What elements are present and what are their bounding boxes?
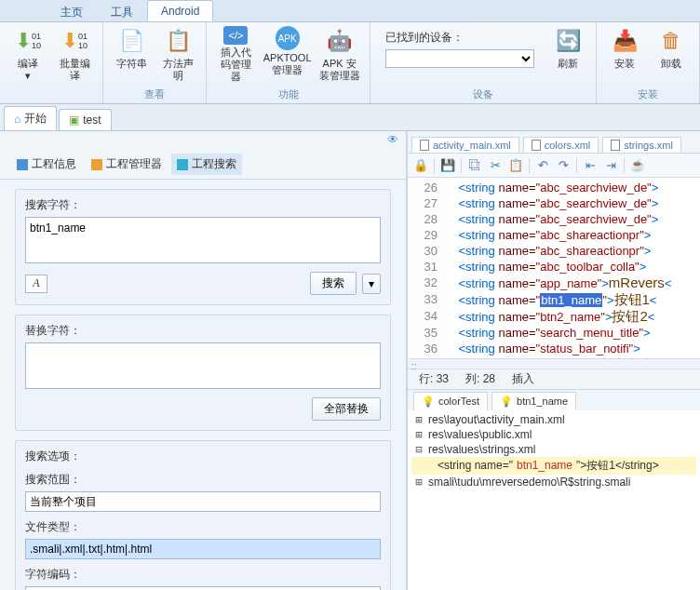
editor-toolbar: 🔒 💾 ⿻ ✂ 📋 ↶ ↷ ⇤ ⇥ ☕ — [408, 154, 700, 178]
tab-proj-search[interactable]: 工程搜索 — [171, 154, 242, 175]
save-icon[interactable]: 💾 — [438, 156, 457, 175]
right-panel: activity_main.xml colors.xml strings.xml… — [408, 131, 700, 590]
install-button[interactable]: 📥 安装 — [602, 24, 647, 86]
square-icon — [17, 159, 28, 170]
android-robot-icon: 🤖 — [325, 26, 355, 56]
indent-left-icon[interactable]: ⇤ — [581, 156, 599, 175]
apktool-button[interactable]: APK APKTOOL管理器 — [262, 24, 313, 86]
left-panel: 👁 工程信息 工程管理器 工程搜索 搜索字符： btn1_name A 搜索 ▾… — [0, 131, 408, 590]
square-icon — [91, 159, 102, 170]
group-label: 查看 — [109, 86, 200, 103]
search-options-label: 搜索选项： — [25, 449, 381, 464]
file-tab[interactable]: strings.xml — [602, 137, 681, 153]
status-bar: 行: 33 列: 28 插入 — [408, 369, 700, 390]
uninstall-icon: 🗑 — [656, 26, 686, 56]
java-icon[interactable]: ☕ — [628, 156, 647, 175]
doc-tab-start[interactable]: ⌂开始 — [4, 106, 57, 130]
compile-button[interactable]: ⬇0110 编译▾ — [6, 24, 50, 100]
method-button[interactable]: 📋 方法声明 — [155, 24, 200, 86]
document-tabs: ⌂开始 ▣test — [0, 104, 700, 130]
undo-icon[interactable]: ↶ — [533, 156, 552, 175]
bulb-icon: 💡 — [500, 396, 513, 408]
scope-select[interactable] — [25, 491, 381, 512]
indent-right-icon[interactable]: ⇥ — [601, 156, 620, 175]
lock-icon[interactable]: 🔒 — [411, 156, 430, 175]
replace-char-label: 替换字符： — [25, 323, 381, 339]
group-label — [6, 100, 97, 103]
copy-icon[interactable]: ⿻ — [465, 156, 484, 175]
tab-android[interactable]: Android — [147, 0, 213, 21]
batch-icon: ⬇0110 — [60, 26, 89, 56]
eye-icon[interactable]: 👁 — [387, 133, 398, 148]
android-icon: APK — [276, 26, 300, 50]
device-select[interactable] — [385, 49, 534, 68]
status-col-num: 列: 28 — [465, 371, 495, 387]
insert-code-button[interactable]: </> 插入代码管理器 — [212, 24, 260, 86]
method-icon: 📋 — [163, 26, 193, 56]
apk-install-button[interactable]: 🤖 APK 安装管理器 — [315, 24, 364, 86]
encoding-select[interactable] — [25, 586, 381, 590]
tree-row[interactable]: ⊞res\values\public.xml — [411, 427, 696, 442]
result-tab[interactable]: 💡colorTest — [413, 392, 488, 410]
status-line-num: 行: 33 — [419, 371, 449, 387]
margin-strip — [408, 358, 700, 369]
result-tabs: 💡colorTest 💡btn1_name — [408, 390, 700, 410]
ribbon: ⬇0110 编译▾ ⬇0110 批量编译 📄 字符串 📋 方法声明 查看 — [0, 22, 700, 104]
tab-proj-mgr[interactable]: 工程管理器 — [86, 154, 168, 175]
file-tab[interactable]: activity_main.xml — [411, 137, 519, 153]
batch-compile-button[interactable]: ⬇0110 批量编译 — [52, 24, 97, 100]
file-tab[interactable]: colors.xml — [523, 137, 599, 153]
file-icon — [611, 140, 620, 151]
apk-icon: ▣ — [69, 114, 79, 127]
type-label: 文件类型： — [25, 519, 381, 535]
search-dropdown[interactable]: ▾ — [362, 274, 381, 294]
tree-row[interactable]: ⊟res\values\strings.xml — [411, 442, 696, 457]
install-icon: 📥 — [610, 26, 639, 56]
group-label: 安装 — [602, 86, 693, 103]
status-mode: 插入 — [512, 371, 534, 387]
tree-row[interactable]: ⊞res\layout\activity_main.xml — [411, 412, 696, 427]
device-label: 已找到的设备： — [385, 30, 534, 46]
tab-proj-info[interactable]: 工程信息 — [11, 154, 82, 175]
tab-tools[interactable]: 工具 — [97, 0, 147, 21]
replace-input[interactable] — [25, 342, 381, 389]
scope-label: 搜索范围： — [25, 472, 381, 488]
file-icon — [420, 140, 429, 151]
search-input[interactable]: btn1_name — [25, 217, 381, 263]
tree-row[interactable]: ⊞smali\tudu\mreversedemo\R$string.smali — [411, 475, 696, 489]
file-tabs: activity_main.xml colors.xml strings.xml — [408, 131, 700, 154]
code-editor[interactable]: 26 <string name="abc_searchview_de">27 <… — [408, 178, 700, 358]
code-icon: </> — [223, 26, 248, 45]
font-button[interactable]: A — [25, 275, 47, 293]
paste-icon[interactable]: 📋 — [506, 156, 525, 175]
down-arrow-icon: ⬇0110 — [13, 26, 43, 56]
result-tab[interactable]: 💡btn1_name — [491, 392, 576, 410]
group-label: 设备 — [376, 86, 590, 103]
type-select[interactable] — [25, 539, 381, 559]
group-label: 功能 — [212, 86, 364, 103]
refresh-button[interactable]: 🔄 刷新 — [545, 24, 590, 86]
result-tree[interactable]: ⊞res\layout\activity_main.xml ⊞res\value… — [408, 410, 700, 591]
top-tab-bar: 主页 工具 Android — [0, 0, 700, 22]
cut-icon[interactable]: ✂ — [486, 156, 505, 175]
tree-row-match[interactable]: <string name="btn1_name">按钮1</string> — [411, 457, 696, 475]
refresh-icon: 🔄 — [553, 26, 583, 56]
string-button[interactable]: 📄 字符串 — [109, 24, 154, 86]
tab-home[interactable]: 主页 — [47, 0, 97, 21]
uninstall-button[interactable]: 🗑 卸载 — [649, 24, 693, 86]
file-icon — [532, 140, 541, 151]
redo-icon[interactable]: ↷ — [554, 156, 572, 175]
doc-tab-test[interactable]: ▣test — [59, 109, 111, 130]
search-button[interactable]: 搜索 — [310, 272, 357, 295]
home-icon: ⌂ — [14, 113, 20, 126]
replace-all-button[interactable]: 全部替换 — [312, 397, 381, 421]
bulb-icon: 💡 — [422, 396, 435, 408]
search-char-label: 搜索字符： — [25, 197, 381, 213]
sub-tabs: 工程信息 工程管理器 工程搜索 — [0, 150, 406, 180]
document-icon: 📄 — [116, 26, 146, 56]
square-icon — [177, 159, 188, 170]
encoding-label: 字符编码： — [25, 567, 381, 583]
